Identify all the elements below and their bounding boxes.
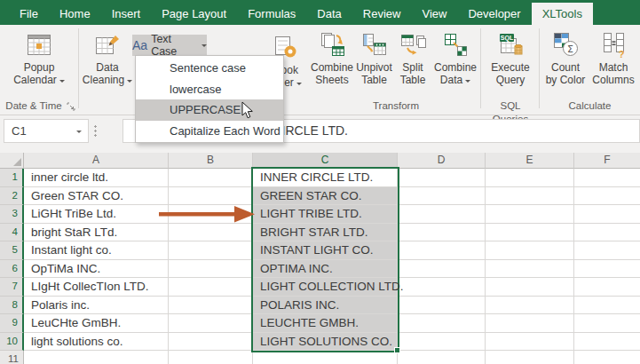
text-case-button[interactable]: Aa Text Case (132, 35, 207, 56)
name-box[interactable]: C1 (4, 119, 89, 143)
row-header-8[interactable]: 8 (0, 297, 24, 315)
row-header-10[interactable]: 10 (0, 333, 24, 352)
unpivot-table-button[interactable]: Unpivot Table (354, 28, 394, 110)
cell-D4[interactable] (398, 224, 486, 242)
cell-A3[interactable]: LiGHt TriBe Ltd. (24, 205, 169, 224)
formula-bar-splitter-icon[interactable] (94, 124, 97, 138)
tab-insert[interactable]: Insert (101, 3, 152, 25)
cell-B10[interactable] (169, 333, 253, 352)
cell-E11[interactable] (486, 351, 574, 364)
column-header-F[interactable]: F (574, 153, 640, 169)
cell-E2[interactable] (486, 187, 574, 206)
menu-item-sentence-case[interactable]: Sentence case (136, 58, 283, 79)
cell-D3[interactable] (398, 205, 486, 224)
cell-A5[interactable]: Instant light co. (24, 241, 169, 260)
cell-C2[interactable]: GREEN STAR CO. (253, 187, 398, 206)
cell-D9[interactable] (398, 314, 486, 333)
row-header-6[interactable]: 6 (0, 260, 24, 279)
tab-page-layout[interactable]: Page Layout (151, 3, 237, 25)
cell-F1[interactable] (574, 169, 640, 187)
tab-review[interactable]: Review (352, 3, 412, 25)
execute-query-button[interactable]: SQL Execute Query (484, 28, 537, 110)
cell-A10[interactable]: light solutions co. (24, 333, 169, 352)
row-header-2[interactable]: 2 (0, 187, 24, 206)
cell-C1[interactable]: INNER CIRCLE LTD. (253, 169, 398, 187)
cell-B7[interactable] (169, 278, 253, 297)
row-header-7[interactable]: 7 (0, 278, 24, 297)
cell-E3[interactable] (486, 205, 574, 224)
row-header-4[interactable]: 4 (0, 224, 24, 242)
cell-D2[interactable] (398, 187, 486, 206)
cell-C7[interactable]: LIGHT COLLECTION LTD. (253, 278, 398, 297)
cell-A11[interactable] (24, 351, 169, 364)
cell-D8[interactable] (398, 297, 486, 315)
fill-handle[interactable] (394, 347, 400, 353)
data-cleaning-button[interactable]: Data Cleaning (80, 28, 135, 110)
cell-A1[interactable]: inner circle ltd. (24, 169, 169, 187)
cell-F9[interactable] (574, 314, 640, 333)
cell-E4[interactable] (486, 224, 574, 242)
cell-F3[interactable] (574, 205, 640, 224)
tab-developer[interactable]: Developer (457, 3, 531, 25)
cell-F5[interactable] (574, 241, 640, 260)
chevron-down-icon[interactable] (76, 131, 82, 136)
cell-C4[interactable]: BRIGHT STAR LTD. (253, 224, 398, 242)
cell-A9[interactable]: LeuCHte GmBH. (24, 314, 169, 333)
cell-D5[interactable] (398, 241, 486, 260)
column-header-B[interactable]: B (169, 153, 253, 169)
row-header-11[interactable]: 11 (0, 351, 24, 364)
cell-A7[interactable]: LIgHt CollecTIon LTD. (24, 278, 169, 297)
combine-sheets-button[interactable]: Combine Sheets (311, 28, 353, 110)
cell-D7[interactable] (398, 278, 486, 297)
count-by-color-button[interactable]: Σ Count by Color (541, 28, 589, 110)
column-header-E[interactable]: E (486, 153, 574, 169)
split-table-button[interactable]: Split Table (394, 28, 431, 110)
cell-D10[interactable] (398, 333, 486, 352)
dialog-launcher-icon[interactable] (67, 102, 75, 111)
tab-home[interactable]: Home (49, 3, 101, 25)
cell-E6[interactable] (486, 260, 574, 279)
cell-F11[interactable] (574, 351, 640, 364)
cell-F2[interactable] (574, 187, 640, 206)
cell-E1[interactable] (486, 169, 574, 187)
row-header-3[interactable]: 3 (0, 205, 24, 224)
column-header-C[interactable]: C (253, 153, 398, 169)
tab-data[interactable]: Data (306, 3, 352, 25)
cell-B8[interactable] (169, 297, 253, 315)
cell-C6[interactable]: OPTIMA INC. (253, 260, 398, 279)
cell-A8[interactable]: Polaris inc. (24, 297, 169, 315)
cell-F10[interactable] (574, 333, 640, 352)
cell-E5[interactable] (486, 241, 574, 260)
cell-B5[interactable] (169, 241, 253, 260)
cell-E9[interactable] (486, 314, 574, 333)
cell-B1[interactable] (169, 169, 253, 187)
cell-E10[interactable] (486, 333, 574, 352)
cell-D1[interactable] (398, 169, 486, 187)
menu-item-uppercase[interactable]: UPPERCASE (136, 99, 283, 121)
select-all-corner[interactable] (0, 153, 24, 169)
cell-C3[interactable]: LIGHT TRIBE LTD. (253, 205, 398, 224)
tab-file[interactable]: File (9, 3, 49, 25)
cell-B11[interactable] (169, 351, 253, 364)
cell-C8[interactable]: POLARIS INC. (253, 297, 398, 315)
column-header-A[interactable]: A (24, 153, 169, 169)
cell-E8[interactable] (486, 297, 574, 315)
cell-B2[interactable] (169, 187, 253, 206)
tab-formulas[interactable]: Formulas (237, 3, 306, 25)
menu-item-capitalize-each-word[interactable]: Capitalize Each Word (136, 121, 283, 142)
row-header-1[interactable]: 1 (0, 169, 24, 187)
cell-D6[interactable] (398, 260, 486, 279)
popup-calendar-button[interactable]: Popup Calendar (4, 28, 75, 110)
row-header-9[interactable]: 9 (0, 314, 24, 333)
cell-B6[interactable] (169, 260, 253, 279)
cell-C5[interactable]: INSTANT LIGHT CO. (253, 241, 398, 260)
tab-xltools[interactable]: XLTools (532, 3, 593, 25)
tab-view[interactable]: View (411, 3, 457, 25)
cell-D11[interactable] (398, 351, 486, 364)
column-header-D[interactable]: D (398, 153, 486, 169)
cell-F8[interactable] (574, 297, 640, 315)
cell-A2[interactable]: Green STAR CO. (24, 187, 169, 206)
cell-F7[interactable] (574, 278, 640, 297)
menu-item-lowercase[interactable]: lowercase (136, 79, 283, 100)
cell-A4[interactable]: bright StaR LTd. (24, 224, 169, 242)
